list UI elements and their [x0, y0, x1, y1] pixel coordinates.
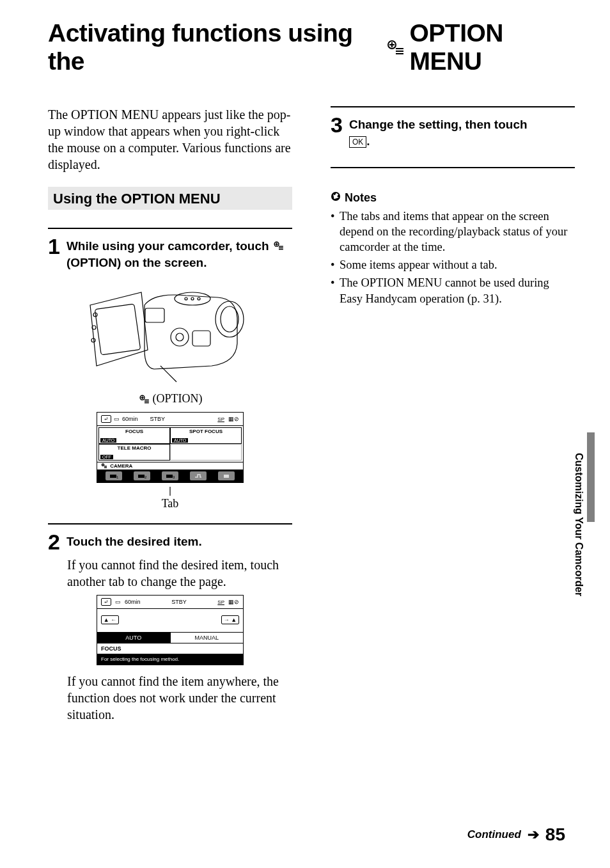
side-tab-label: Customizing Your Camcorder [573, 453, 584, 596]
ok-button-icon: OK [349, 136, 366, 148]
page-footer: Continued ➔ 85 [467, 825, 565, 845]
notes-list: The tabs and items that appear on the sc… [331, 209, 575, 306]
svg-point-23 [171, 328, 189, 346]
title-part2: OPTION MENU [410, 19, 575, 75]
option-menu-icon [274, 241, 284, 250]
svg-rect-25 [192, 331, 210, 346]
svg-point-21 [198, 297, 200, 300]
menu-item-focus: FOCUS AUTO [98, 427, 170, 444]
tab-3: 3 [162, 471, 178, 480]
svg-point-20 [191, 297, 194, 300]
svg-text:2: 2 [145, 475, 146, 478]
notes-item: Some items appear without a tab. [331, 257, 575, 272]
back-icon: ⤶ [101, 415, 111, 423]
nav-far-icon: → ▲ [221, 615, 239, 624]
menu-item-empty [170, 444, 242, 461]
continued-arrow-icon: ➔ [528, 826, 539, 843]
camera-label: CAMERA [97, 462, 243, 470]
continued-label: Continued [467, 828, 521, 841]
notes-header: Notes [331, 191, 575, 205]
section-header: Using the OPTION MENU [48, 187, 292, 210]
step-1-text: While using your camcorder, touch (OPTIO… [66, 238, 292, 271]
tab-2: 2 [134, 471, 150, 480]
focus-description: For selecting the focusing method. [97, 654, 243, 665]
page-title: Activating functions using the OPTION ME… [48, 19, 575, 75]
svg-point-17 [221, 306, 239, 332]
sp-icon: SP [217, 416, 224, 422]
step-2-body2: If you cannot find the item anywhere, th… [67, 673, 292, 723]
svg-rect-45 [224, 475, 229, 478]
notes-item: The OPTION MENU cannot be used during Ea… [331, 275, 575, 306]
illustration-caption: (OPTION) [48, 392, 292, 406]
back-icon: ⤶ [101, 598, 111, 606]
battery-icon: ▭ [114, 416, 120, 422]
tab-5 [218, 471, 235, 480]
svg-rect-41 [138, 475, 145, 478]
tab-caption: Tab [48, 497, 292, 510]
intro-text: The OPTION MENU appears just like the po… [48, 106, 292, 173]
svg-rect-39 [110, 475, 116, 478]
tab-4 [190, 471, 207, 480]
step-3: 3 Change the setting, then touch OK. [331, 106, 575, 149]
title-part1: Activating functions using the [48, 19, 382, 75]
tab-bar: 1 2 3 [97, 470, 243, 482]
battery-time: 60min [122, 416, 138, 422]
step-3-text: Change the setting, then touch OK. [349, 116, 528, 149]
section-side-tab: Customizing Your Camcorder [573, 358, 595, 596]
sp-icon: SP [217, 599, 224, 605]
svg-text:3: 3 [173, 475, 175, 478]
step-2-text: Touch the desired item. [66, 533, 202, 550]
tape-icon: ▦⊘ [228, 416, 239, 422]
option-menu-icon [139, 395, 150, 404]
page-number: 85 [545, 825, 565, 845]
notes-icon [331, 191, 341, 205]
step-1: 1 While using your camcorder, touch [48, 228, 292, 510]
lcd-screen-focus: ⤶ ▭ 60min STBY SP ▦⊘ ▲ ← → ▲ AUTO MANUAL… [97, 595, 244, 665]
svg-rect-12 [95, 304, 140, 355]
tab-1: 1 [106, 471, 122, 480]
step-2-number: 2 [48, 531, 60, 553]
svg-point-19 [185, 297, 187, 300]
mode-auto: AUTO [97, 633, 171, 643]
step-1-number: 1 [48, 235, 60, 257]
menu-item-tele-macro: TELE MACRO OFF [98, 444, 170, 461]
camcorder-illustration [84, 280, 256, 388]
notes-item: The tabs and items that appear on the sc… [331, 209, 575, 255]
nav-near-icon: ▲ ← [101, 615, 119, 624]
step-2: 2 Touch the desired item. If you cannot … [48, 523, 292, 723]
battery-icon: ▭ [115, 599, 121, 605]
record-status: STBY [150, 416, 165, 422]
mode-manual: MANUAL [171, 633, 244, 643]
option-menu-icon [387, 40, 405, 55]
svg-rect-43 [166, 475, 173, 478]
svg-text:1: 1 [116, 475, 118, 478]
step-2-body1: If you cannot find the desired item, tou… [67, 556, 292, 590]
tape-icon: ▦⊘ [228, 599, 239, 605]
side-tab-bar [587, 432, 595, 522]
svg-point-18 [175, 292, 210, 305]
svg-point-24 [176, 333, 184, 341]
step-3-number: 3 [331, 114, 343, 136]
battery-time: 60min [125, 599, 141, 605]
lcd-screen-option-menu: ⤶ ▭ 60min STBY SP ▦⊘ FOCUS AUTO SPOT [97, 412, 244, 483]
svg-rect-22 [145, 308, 164, 322]
record-status: STBY [145, 599, 214, 605]
menu-item-spot-focus: SPOT FOCUS AUTO [170, 427, 242, 444]
focus-label: FOCUS [97, 643, 243, 654]
